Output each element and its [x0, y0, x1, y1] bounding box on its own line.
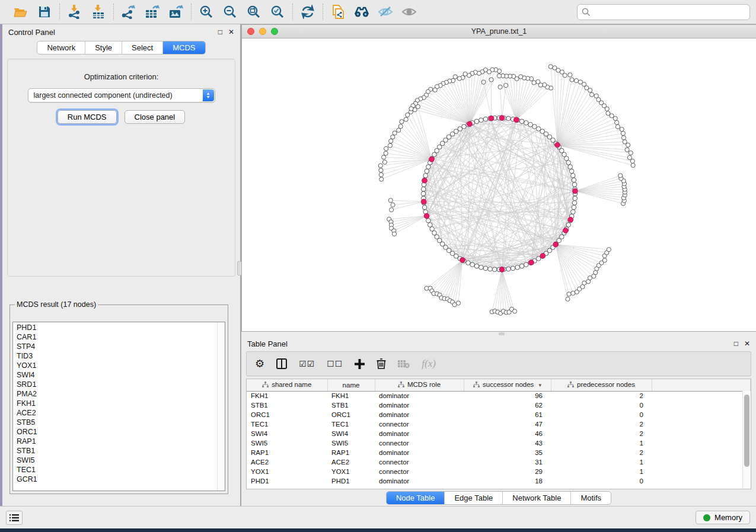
save-icon[interactable]	[37, 4, 52, 20]
control-panel: Control Panel □ ✕ Network Style Select M…	[2, 24, 240, 506]
tab-mcds[interactable]: MCDS	[162, 41, 205, 54]
table-row[interactable]: ORC1ORC1dominator610	[247, 410, 751, 419]
table-header-row: shared name name MCDS role successor nod…	[247, 379, 751, 391]
column-header-name[interactable]: name	[327, 379, 375, 391]
main-toolbar	[0, 0, 756, 24]
search-input[interactable]	[577, 4, 750, 20]
shared-attribute-icon	[262, 382, 269, 389]
zoom-selected-icon[interactable]	[270, 4, 285, 20]
run-mcds-button[interactable]: Run MCDS	[58, 110, 117, 124]
float-panel-icon[interactable]: □	[218, 28, 222, 36]
import-network-icon[interactable]	[67, 4, 82, 20]
column-header-shared-name[interactable]: shared name	[247, 379, 327, 391]
select-all-checkboxes-icon[interactable]: ☑☑	[299, 360, 315, 368]
mcds-node-item[interactable]: SRD1	[17, 380, 221, 389]
zoom-fit-icon[interactable]	[246, 4, 261, 20]
export-image-icon[interactable]	[168, 4, 184, 20]
mcds-result-title: MCDS result (17 nodes)	[15, 300, 98, 309]
panel-list-button[interactable]	[6, 511, 23, 525]
close-panel-icon[interactable]: ✕	[228, 28, 234, 36]
shared-attribute-icon	[473, 382, 480, 389]
network-view-window: YPA_prune.txt_1	[241, 24, 756, 332]
column-header-mcds-role[interactable]: MCDS role	[375, 379, 464, 391]
table-row[interactable]: FKH1FKH1dominator962	[247, 391, 751, 400]
split-columns-icon[interactable]	[276, 358, 287, 369]
mcds-node-item[interactable]: PMA2	[17, 389, 221, 399]
tab-motifs[interactable]: Motifs	[570, 492, 611, 504]
table-row[interactable]: SWI5SWI5connector431	[247, 438, 751, 448]
control-panel-tab-bar: Network Style Select MCDS	[37, 41, 205, 55]
table-row[interactable]: ACE2ACE2connector311	[247, 457, 751, 467]
table-row[interactable]: STB1STB1dominator620	[247, 400, 751, 410]
node-table: shared name name MCDS role successor nod…	[246, 379, 751, 489]
zoom-out-icon[interactable]	[222, 4, 238, 20]
hide-selected-icon[interactable]	[378, 4, 393, 20]
column-header-successor-nodes[interactable]: successor nodes▾	[464, 379, 551, 391]
optimization-criterion-label: Optimization criterion:	[8, 72, 235, 81]
mcds-list-scrollbar[interactable]	[217, 322, 225, 491]
tab-node-table[interactable]: Node Table	[387, 492, 445, 504]
table-scrollbar[interactable]	[742, 391, 751, 489]
table-toolbar: ⚙ ☑☑ ☐☐ f(x)	[246, 351, 751, 376]
open-folder-icon[interactable]	[13, 4, 28, 20]
tab-edge-table[interactable]: Edge Table	[444, 492, 502, 504]
shared-attribute-icon	[398, 382, 404, 389]
mcds-node-item[interactable]: YOX1	[17, 361, 221, 370]
mcds-node-item[interactable]: ACE2	[17, 408, 221, 418]
function-builder-icon: f(x)	[422, 358, 436, 370]
mcds-node-item[interactable]: FKH1	[17, 399, 221, 408]
refresh-icon[interactable]	[300, 4, 315, 20]
table-row[interactable]: PHD1PHD1dominator180	[247, 476, 751, 486]
mcds-node-item[interactable]: RAP1	[17, 437, 221, 446]
mcds-node-item[interactable]: TEC1	[17, 465, 221, 475]
mcds-node-item[interactable]: STB5	[17, 418, 221, 427]
memory-label: Memory	[714, 513, 742, 522]
find-icon[interactable]	[354, 4, 369, 20]
tab-network[interactable]: Network	[37, 41, 85, 54]
status-bar: Memory	[0, 506, 756, 528]
import-table-icon[interactable]	[91, 4, 106, 20]
network-window-titlebar[interactable]: YPA_prune.txt_1	[242, 25, 756, 39]
tab-network-table[interactable]: Network Table	[502, 492, 570, 504]
mcds-node-item[interactable]: SWI5	[17, 456, 221, 465]
export-table-icon[interactable]	[145, 4, 160, 20]
tab-select[interactable]: Select	[122, 41, 162, 54]
table-row[interactable]: TEC1TEC1connector472	[247, 419, 751, 429]
memory-button[interactable]: Memory	[696, 511, 750, 524]
clear-checkboxes-icon[interactable]: ☐☐	[327, 360, 343, 368]
tab-style[interactable]: Style	[85, 41, 122, 54]
mcds-node-item[interactable]: TID3	[17, 351, 221, 361]
mcds-result-listbox[interactable]: PHD1 CAR1 STP4 TID3 YOX1 SWI4 SRD1 PMA2 …	[12, 322, 225, 491]
table-tab-bar: Node Table Edge Table Network Table Moti…	[386, 491, 611, 505]
sort-descending-icon: ▾	[538, 382, 541, 388]
export-network-icon[interactable]	[121, 4, 136, 20]
close-panel-button[interactable]: Close panel	[125, 110, 186, 124]
mcds-node-item[interactable]: GCR1	[17, 475, 221, 484]
close-table-panel-icon[interactable]: ✕	[744, 340, 750, 347]
float-table-panel-icon[interactable]: □	[734, 340, 738, 347]
table-scrollbar-thumb[interactable]	[744, 395, 749, 467]
mcds-node-item[interactable]: PHD1	[17, 323, 221, 332]
table-panel-title: Table Panel	[247, 339, 288, 348]
mcds-node-item[interactable]: CAR1	[17, 332, 221, 342]
add-column-icon[interactable]	[355, 359, 365, 369]
column-header-predecessor-nodes[interactable]: predecessor nodes	[551, 379, 652, 391]
clone-network-icon[interactable]	[330, 4, 346, 20]
delete-column-icon[interactable]	[377, 358, 386, 369]
table-row[interactable]: SWI4SWI4dominator462	[247, 429, 751, 438]
network-canvas[interactable]	[242, 39, 756, 331]
zoom-in-icon[interactable]	[199, 4, 214, 20]
criterion-dropdown[interactable]: largest connected component (undirected)…	[28, 88, 215, 102]
table-row[interactable]: RAP1RAP1dominator352	[247, 448, 751, 457]
network-graph[interactable]	[242, 39, 756, 331]
mcds-node-item[interactable]: ORC1	[17, 427, 221, 437]
mcds-node-item[interactable]: SWI4	[17, 370, 221, 380]
mcds-node-item[interactable]: STP4	[17, 342, 221, 351]
criterion-dropdown-value: largest connected component (undirected)	[34, 91, 173, 100]
mcds-node-item[interactable]: STB1	[17, 446, 221, 456]
horizontal-splitter[interactable]	[241, 332, 756, 336]
network-window-title: YPA_prune.txt_1	[242, 27, 756, 36]
table-row[interactable]: YOX1YOX1connector291	[247, 467, 751, 476]
show-all-icon[interactable]	[401, 4, 417, 20]
gear-icon[interactable]: ⚙	[255, 358, 264, 369]
